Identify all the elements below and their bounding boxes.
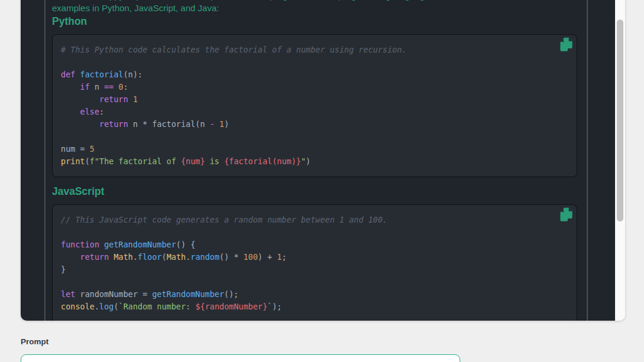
copy-icon: [558, 37, 574, 53]
response-intro-line: examples in Python, JavaScript, and Java…: [52, 3, 219, 13]
python-code-block: # This Python code calculates the factor…: [52, 34, 577, 177]
prompt-input[interactable]: [21, 354, 460, 362]
scrollbar-thumb[interactable]: [617, 19, 623, 221]
scrollbar-track[interactable]: [615, 0, 625, 321]
javascript-code-block: // This JavaScript code generates a rand…: [52, 204, 577, 321]
python-code: # This Python code calculates the factor…: [61, 45, 406, 166]
prompt-label: Prompt: [21, 337, 48, 346]
copy-code-button[interactable]: [558, 37, 574, 53]
copy-icon: [558, 207, 574, 223]
copy-code-button[interactable]: [558, 207, 574, 223]
javascript-heading: JavaScript: [52, 185, 577, 197]
response-card: Sure, I'd be happy to provide code examp…: [21, 0, 625, 321]
python-heading: Python: [52, 15, 577, 27]
response-clipped-line: Sure, I'd be happy to provide code examp…: [52, 0, 495, 1]
javascript-section: JavaScript // This JavaScript code gener…: [52, 185, 577, 321]
python-section: Python # This Python code calculates the…: [52, 15, 577, 177]
response-paragraph: Sure, I'd be happy to provide code examp…: [52, 0, 577, 14]
response-output-panel[interactable]: Sure, I'd be happy to provide code examp…: [21, 0, 615, 321]
response-content: Sure, I'd be happy to provide code examp…: [44, 0, 588, 321]
javascript-code: // This JavaScript code generates a rand…: [61, 215, 388, 311]
